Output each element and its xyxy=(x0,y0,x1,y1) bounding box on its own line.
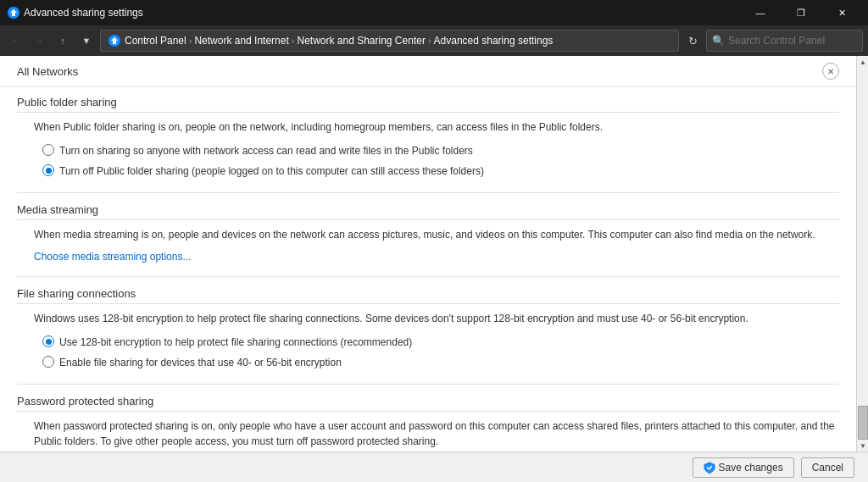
radio-circle-fsc-128 xyxy=(42,335,54,347)
save-button[interactable]: Save changes xyxy=(693,457,794,478)
app-icon xyxy=(7,6,20,19)
scroll-thumb[interactable] xyxy=(858,406,868,440)
file-sharing-section: File sharing connections Windows uses 12… xyxy=(17,287,839,370)
divider-3 xyxy=(17,384,839,385)
radio-circle-pf-on xyxy=(42,144,54,156)
search-icon: 🔍 xyxy=(712,35,725,47)
file-sharing-title: File sharing connections xyxy=(17,287,839,304)
password-sharing-section: Password protected sharing When password… xyxy=(17,395,839,452)
radio-label-fsc-128: Use 128-bit encryption to help protect f… xyxy=(59,335,412,350)
public-folder-options: Turn on sharing so anyone with network a… xyxy=(17,143,839,179)
divider-2 xyxy=(17,276,839,277)
radio-item-fsc-128[interactable]: Use 128-bit encryption to help protect f… xyxy=(42,335,839,350)
public-folder-section: Public folder sharing When Public folder… xyxy=(17,96,839,179)
address-bar: ← → ↑ ▼ Control Panel › Network and Inte… xyxy=(0,25,868,56)
save-label: Save changes xyxy=(719,462,783,474)
file-sharing-desc: Windows uses 128-bit encryption to help … xyxy=(17,311,839,326)
scroll-up-button[interactable]: ▲ xyxy=(857,56,868,68)
radio-item-fsc-40[interactable]: Enable file sharing for devices that use… xyxy=(42,355,839,370)
public-folder-desc: When Public folder sharing is on, people… xyxy=(17,119,839,135)
minimize-button[interactable]: — xyxy=(741,0,780,25)
forward-button[interactable]: → xyxy=(29,30,49,51)
collapse-icon[interactable]: ✕ xyxy=(822,63,839,80)
shield-icon xyxy=(704,462,715,474)
radio-circle-pf-off xyxy=(42,164,54,176)
content-panel: All Networks ✕ Public folder sharing Whe… xyxy=(0,56,856,452)
media-streaming-link[interactable]: Choose media streaming options... xyxy=(17,251,191,263)
search-input[interactable] xyxy=(728,35,857,47)
breadcrumb-network-internet[interactable]: Network and Internet xyxy=(194,35,288,47)
radio-label-pf-off: Turn off Public folder sharing (people l… xyxy=(59,163,484,179)
media-streaming-title: Media streaming xyxy=(17,203,839,220)
breadcrumb-control-panel[interactable]: Control Panel xyxy=(125,35,186,47)
scroll-down-button[interactable]: ▼ xyxy=(857,440,868,452)
breadcrumb-network-sharing[interactable]: Network and Sharing Center xyxy=(297,35,425,47)
footer-bar: Save changes Cancel xyxy=(0,452,868,482)
scrollbar[interactable]: ▲ ▼ xyxy=(856,56,868,452)
cancel-button[interactable]: Cancel xyxy=(801,457,854,478)
restore-button[interactable]: ❐ xyxy=(782,0,821,25)
divider-1 xyxy=(17,192,839,193)
file-sharing-options: Use 128-bit encryption to help protect f… xyxy=(17,335,839,370)
search-box[interactable]: 🔍 xyxy=(706,30,863,52)
window-title: Advanced sharing settings xyxy=(24,7,741,19)
refresh-button[interactable]: ↻ xyxy=(682,30,703,51)
breadcrumb-advanced-sharing[interactable]: Advanced sharing settings xyxy=(434,35,554,47)
all-networks-label: All Networks xyxy=(17,65,822,78)
recent-locations-button[interactable]: ▼ xyxy=(76,30,97,51)
radio-label-fsc-40: Enable file sharing for devices that use… xyxy=(59,355,342,370)
scroll-track[interactable] xyxy=(857,68,868,440)
back-button[interactable]: ← xyxy=(5,30,25,51)
password-sharing-title: Password protected sharing xyxy=(17,395,839,412)
main-area: All Networks ✕ Public folder sharing Whe… xyxy=(0,56,868,452)
path-icon xyxy=(108,34,121,47)
address-path[interactable]: Control Panel › Network and Internet › N… xyxy=(100,30,679,52)
radio-circle-fsc-40 xyxy=(42,356,54,368)
password-sharing-desc: When password protected sharing is on, o… xyxy=(17,418,839,449)
public-folder-title: Public folder sharing xyxy=(17,96,839,113)
all-networks-header: All Networks ✕ xyxy=(0,56,856,87)
media-streaming-section: Media streaming When media streaming is … xyxy=(17,203,839,263)
radio-label-pf-on: Turn on sharing so anyone with network a… xyxy=(59,143,473,158)
title-bar: Advanced sharing settings — ❐ ✕ xyxy=(0,0,868,25)
radio-item-pf-off[interactable]: Turn off Public folder sharing (people l… xyxy=(42,163,839,179)
window-controls: — ❐ ✕ xyxy=(741,0,861,25)
up-button[interactable]: ↑ xyxy=(53,30,73,51)
content-inner: Public folder sharing When Public folder… xyxy=(0,96,856,452)
radio-item-pf-on[interactable]: Turn on sharing so anyone with network a… xyxy=(42,143,839,158)
media-streaming-desc: When media streaming is on, people and d… xyxy=(17,227,839,242)
close-button[interactable]: ✕ xyxy=(822,0,861,25)
